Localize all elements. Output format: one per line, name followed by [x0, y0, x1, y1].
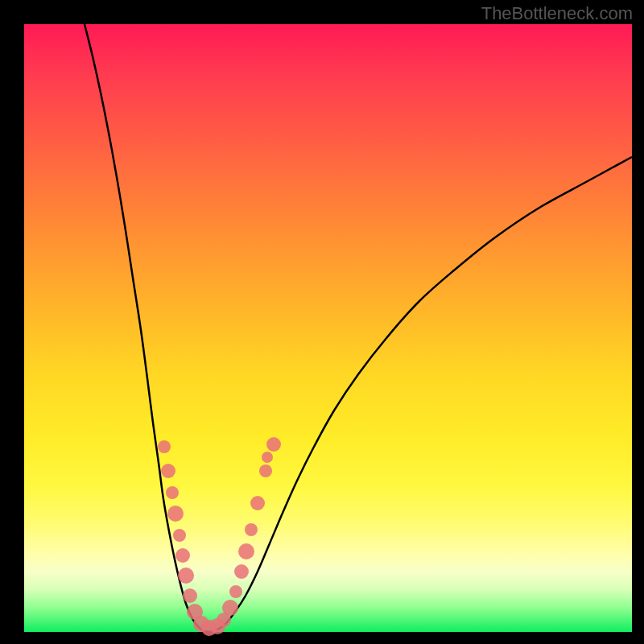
data-dot [259, 464, 272, 477]
data-dot [183, 588, 197, 603]
data-dot [222, 600, 238, 616]
data-dot [262, 452, 273, 463]
data-dot [178, 568, 194, 584]
data-dot [238, 543, 254, 559]
data-dot [158, 440, 171, 453]
data-dot [161, 464, 175, 478]
data-dot [245, 523, 258, 536]
data-dot [167, 506, 184, 522]
data-dot [229, 585, 242, 598]
watermark-text: TheBottleneck.com [481, 3, 633, 24]
data-dot [266, 437, 281, 452]
data-dots-group [158, 437, 281, 636]
data-dot [173, 529, 186, 542]
plot-background-gradient [24, 24, 632, 632]
data-dot [166, 486, 179, 499]
data-dot [234, 564, 249, 579]
chart-svg [24, 24, 632, 632]
curve-right [209, 157, 632, 632]
curve-left [85, 24, 209, 632]
data-dot [175, 548, 190, 563]
data-dot [250, 496, 265, 510]
